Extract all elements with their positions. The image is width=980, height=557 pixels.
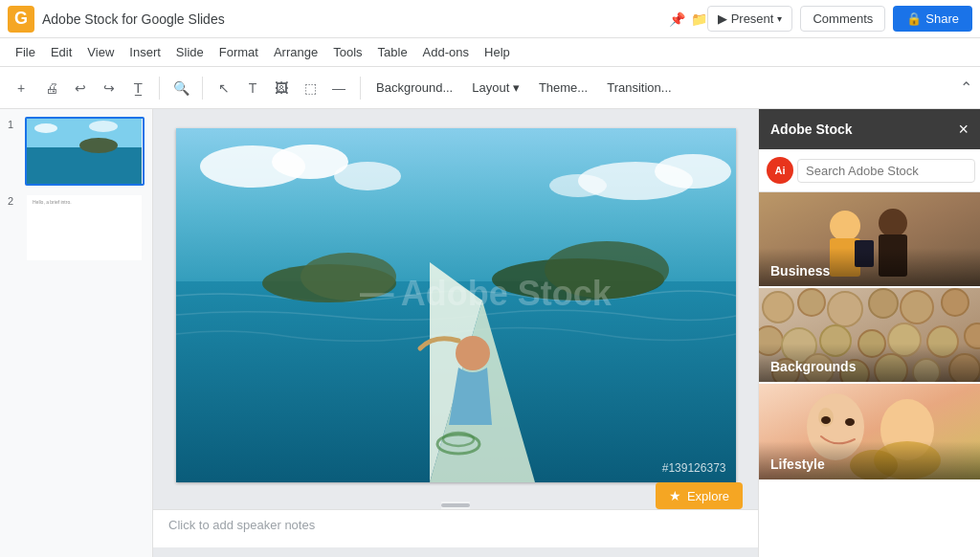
- svg-point-23: [830, 211, 860, 241]
- slide-main-svg: ⸻ Adobe Stock: [176, 128, 736, 482]
- pin-icon[interactable]: 📌: [669, 11, 685, 27]
- explore-button[interactable]: ★ Explore: [656, 482, 743, 509]
- toolbar-add-btn[interactable]: +: [8, 75, 34, 101]
- toolbar-divider-3: [360, 77, 361, 100]
- main-area: 1: [0, 109, 980, 557]
- svg-point-34: [942, 289, 969, 316]
- svg-point-2: [89, 121, 118, 132]
- app-logo: G: [8, 6, 34, 33]
- stock-search-input[interactable]: [797, 159, 975, 183]
- menu-insert[interactable]: Insert: [122, 43, 168, 61]
- slide-canvas-1: [27, 119, 142, 184]
- stock-panel-title: Adobe Stock: [770, 122, 853, 137]
- category-lifestyle-label: Lifestyle: [759, 441, 980, 479]
- folder-icon[interactable]: 📁: [691, 11, 707, 27]
- svg-point-4: [79, 138, 118, 153]
- present-dropdown-arrow: ▾: [777, 13, 782, 24]
- slide-thumb-1[interactable]: 1: [8, 117, 145, 186]
- present-button[interactable]: ▶ Present ▾: [707, 6, 792, 32]
- title-bar: G Adobe Stock for Google Slides 📌 📁 ▶ Pr…: [0, 0, 980, 38]
- slide-num-1: 1: [8, 119, 19, 130]
- toolbar-group-add: +: [8, 75, 34, 101]
- menu-format[interactable]: Format: [212, 43, 266, 61]
- svg-point-30: [798, 289, 825, 316]
- scroll-handle: [441, 503, 470, 507]
- menu-addons[interactable]: Add-ons: [415, 43, 477, 61]
- toolbar-group-zoom: 🔍: [167, 75, 194, 101]
- horizontal-scrollbar[interactable]: [441, 501, 470, 509]
- title-bar-icons: 📌 📁: [669, 11, 707, 27]
- slide-thumb-2[interactable]: 2 Hello, a brief intro.: [8, 193, 145, 262]
- stock-panel: Adobe Stock × Ai ☰: [758, 109, 980, 557]
- toolbar-print-btn[interactable]: 🖨: [38, 75, 65, 101]
- slide2-background: Hello, a brief intro.: [27, 195, 142, 260]
- menu-file[interactable]: File: [8, 43, 43, 61]
- svg-point-8: [334, 162, 401, 190]
- toolbar-background-btn[interactable]: Background...: [368, 75, 460, 101]
- svg-point-31: [828, 292, 862, 326]
- toolbar-group-modes: ↖ T 🖼 ⬚ —: [211, 75, 352, 101]
- slide-img-2: Hello, a brief intro.: [25, 193, 145, 262]
- slides-panel: 1: [0, 109, 153, 557]
- toolbar-transition-btn[interactable]: Transition...: [599, 75, 679, 101]
- category-business-label: Business: [759, 248, 980, 286]
- menu-help[interactable]: Help: [477, 43, 518, 61]
- toolbar-text-btn[interactable]: T: [239, 75, 266, 101]
- toolbar-shape-btn[interactable]: ⬚: [297, 75, 323, 101]
- svg-point-1: [34, 123, 57, 133]
- adobe-stock-logo: Ai: [767, 157, 793, 184]
- svg-rect-3: [27, 147, 142, 184]
- slide2-placeholder-text: Hello, a brief intro.: [27, 195, 142, 210]
- present-icon: ▶: [718, 11, 727, 26]
- toolbar-theme-btn[interactable]: Theme...: [531, 75, 595, 101]
- svg-point-11: [549, 174, 607, 197]
- slide-canvas-2: Hello, a brief intro.: [27, 195, 142, 260]
- stock-close-button[interactable]: ×: [958, 121, 969, 138]
- menu-table[interactable]: Table: [370, 43, 415, 61]
- stock-panel-header: Adobe Stock ×: [759, 109, 980, 149]
- toolbar-image-btn[interactable]: 🖼: [268, 75, 295, 101]
- toolbar: + 🖨 ↩ ↪ T̲ 🔍 ↖ T 🖼 ⬚ — Background... Lay…: [0, 67, 980, 109]
- menu-bar: File Edit View Insert Slide Format Arran…: [0, 38, 980, 67]
- slide-num-2: 2: [8, 195, 19, 207]
- app-title: Adobe Stock for Google Slides: [42, 11, 661, 27]
- menu-arrange[interactable]: Arrange: [266, 43, 325, 61]
- svg-text:⸻ Adobe Stock: ⸻ Adobe Stock: [358, 274, 612, 313]
- svg-point-10: [655, 154, 731, 189]
- toolbar-undo-btn[interactable]: ↩: [67, 75, 94, 101]
- slide-container: ⸻ Adobe Stock #139126373: [176, 128, 736, 482]
- menu-slide[interactable]: Slide: [168, 43, 212, 61]
- slide-editor: ⸻ Adobe Stock #139126373 Click to add sp…: [153, 109, 758, 557]
- toolbar-layout-btn[interactable]: Layout ▾: [464, 75, 527, 101]
- menu-edit[interactable]: Edit: [43, 43, 79, 61]
- svg-point-25: [879, 209, 907, 237]
- category-backgrounds-label: Backgrounds: [759, 344, 980, 382]
- toolbar-collapse-icon[interactable]: ⌃: [960, 78, 972, 97]
- stock-categories: Business: [759, 192, 980, 557]
- menu-view[interactable]: View: [79, 43, 122, 61]
- menu-tools[interactable]: Tools: [325, 43, 369, 61]
- toolbar-group-history: 🖨 ↩ ↪ T̲: [38, 75, 151, 101]
- toolbar-divider-2: [202, 77, 203, 100]
- speaker-notes[interactable]: Click to add speaker notes: [153, 509, 758, 547]
- slide-main[interactable]: ⸻ Adobe Stock #139126373: [176, 128, 736, 482]
- slide-img-1: [25, 117, 145, 186]
- lock-icon: 🔒: [906, 11, 922, 26]
- comments-button[interactable]: Comments: [800, 6, 885, 32]
- slide1-background: [27, 119, 142, 184]
- slide-image-id: #139126373: [662, 461, 726, 475]
- toolbar-divider-1: [159, 77, 160, 100]
- share-button[interactable]: 🔒 Share: [893, 6, 972, 32]
- svg-point-29: [763, 292, 793, 323]
- toolbar-redo-btn[interactable]: ↪: [96, 75, 122, 101]
- category-business[interactable]: Business: [759, 192, 980, 288]
- toolbar-select-btn[interactable]: ↖: [211, 75, 237, 101]
- toolbar-line-btn[interactable]: —: [325, 75, 352, 101]
- toolbar-format-paint-btn[interactable]: T̲: [124, 75, 151, 101]
- svg-point-32: [869, 289, 898, 318]
- stock-search-bar: Ai ☰: [759, 149, 980, 192]
- toolbar-zoom-btn[interactable]: 🔍: [167, 75, 194, 101]
- category-backgrounds[interactable]: Backgrounds: [759, 288, 980, 384]
- svg-point-52: [845, 418, 855, 426]
- category-lifestyle[interactable]: Lifestyle: [759, 384, 980, 479]
